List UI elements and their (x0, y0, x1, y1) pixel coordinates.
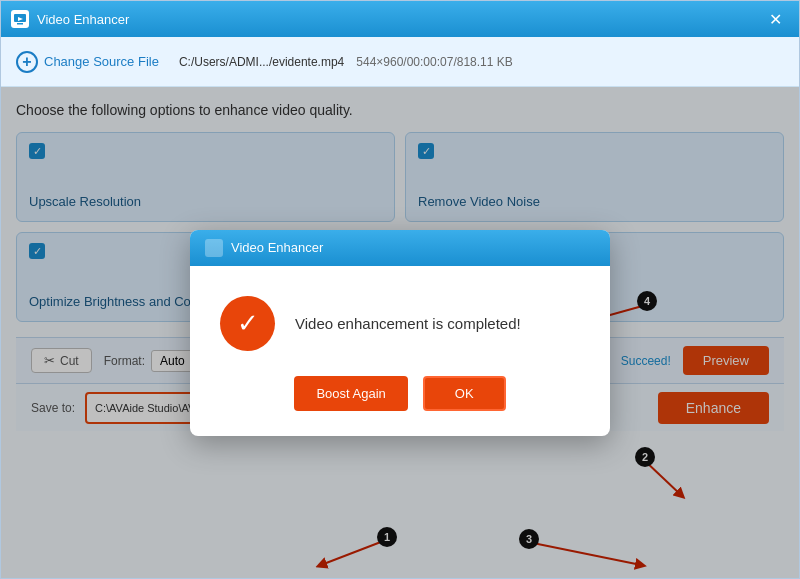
modal-body: ✓ Video enhancement is completed! (190, 266, 610, 376)
modal-message: Video enhancement is completed! (295, 315, 521, 332)
change-source-button[interactable]: + Change Source File (16, 51, 159, 73)
modal-dialog: Video Enhancer ✓ Video enhancement is co… (190, 230, 610, 436)
change-source-label: Change Source File (44, 54, 159, 69)
main-content: Choose the following options to enhance … (1, 87, 799, 578)
check-icon: ✓ (237, 308, 259, 339)
main-window: Video Enhancer ✕ + Change Source File C:… (0, 0, 800, 579)
modal-title: Video Enhancer (231, 240, 323, 255)
ok-button[interactable]: OK (423, 376, 506, 411)
modal-title-icon (205, 239, 223, 257)
title-bar-left: Video Enhancer (11, 10, 129, 28)
modal-footer: Boost Again OK (190, 376, 610, 436)
modal-title-bar: Video Enhancer (190, 230, 610, 266)
source-bar: + Change Source File C:/Users/ADMI.../ev… (1, 37, 799, 87)
window-title: Video Enhancer (37, 12, 129, 27)
title-bar: Video Enhancer ✕ (1, 1, 799, 37)
add-icon: + (16, 51, 38, 73)
close-button[interactable]: ✕ (761, 5, 789, 33)
svg-rect-2 (17, 23, 23, 25)
app-icon (11, 10, 29, 28)
file-path: C:/Users/ADMI.../evidente.mp4 (179, 55, 344, 69)
success-icon: ✓ (220, 296, 275, 351)
modal-overlay: Video Enhancer ✓ Video enhancement is co… (1, 87, 799, 578)
file-meta: 544×960/00:00:07/818.11 KB (356, 55, 512, 69)
file-info: C:/Users/ADMI.../evidente.mp4 544×960/00… (179, 55, 513, 69)
boost-again-button[interactable]: Boost Again (294, 376, 407, 411)
